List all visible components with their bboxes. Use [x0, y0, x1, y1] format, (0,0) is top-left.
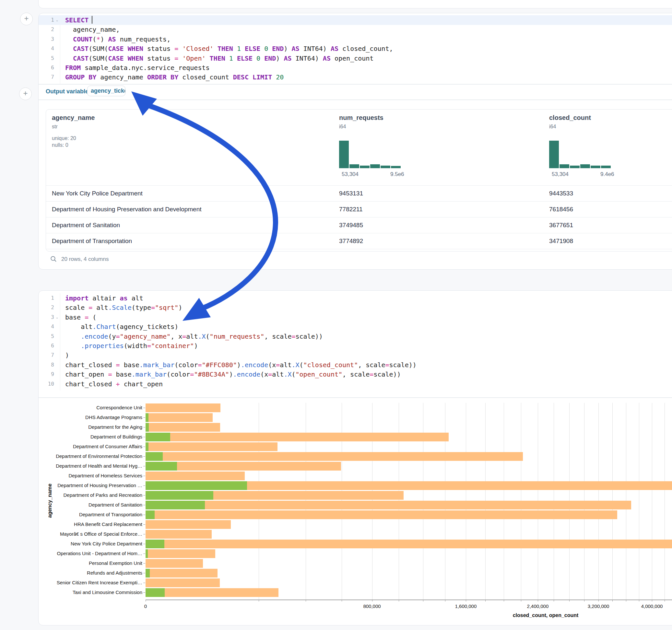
code-text: import altair as alt	[65, 293, 143, 303]
code-line[interactable]: 1⌄SELECT	[39, 15, 672, 25]
table-cell[interactable]: Department of Sanitation	[52, 222, 120, 229]
open_count-bar[interactable]	[146, 510, 154, 519]
code-line[interactable]: 1import altair as alt	[39, 293, 672, 303]
table-cell[interactable]: 3774892	[339, 238, 363, 245]
y-axis-tick	[143, 534, 145, 534]
y-axis-category-label: Department of Buildings	[51, 434, 142, 439]
code-text: COUNT(*) AS num_requests,	[65, 34, 170, 44]
y-axis-tick	[143, 515, 145, 515]
result-table[interactable]: agency_namestrunique: 20nulls: 0num_requ…	[46, 109, 672, 251]
closed_count-bar[interactable]	[146, 530, 212, 539]
y-axis-category-label: Department of Homeless Services	[51, 473, 142, 478]
closed_count-bar[interactable]	[146, 520, 231, 529]
y-axis-category-label: New York City Police Department	[51, 541, 142, 547]
fold-chevron-icon[interactable]: ⌄	[55, 312, 60, 322]
closed_count-bar[interactable]	[146, 404, 220, 412]
closed_count-bar[interactable]	[146, 471, 245, 480]
histogram-bar	[559, 164, 569, 168]
search-icon[interactable]	[50, 256, 57, 262]
closed_count-bar[interactable]	[146, 423, 220, 432]
code-line[interactable]: 2 agency_name,	[39, 25, 672, 34]
bar-chart: 0800,0001,600,0002,400,0003,200,0004,000…	[39, 398, 672, 625]
code-line[interactable]: 5 .encode(y="agency_name", x=alt.X("num_…	[39, 332, 672, 341]
table-cell[interactable]: 7782211	[339, 206, 363, 213]
open_count-bar[interactable]	[146, 462, 177, 470]
x-axis-tick	[146, 600, 146, 602]
table-cell[interactable]: 3471908	[549, 238, 573, 245]
code-line[interactable]: 4 alt.Chart(agency_tickets)	[39, 322, 672, 332]
line-number: 3	[39, 34, 55, 44]
open_count-bar[interactable]	[146, 423, 149, 432]
table-cell[interactable]: 9443533	[549, 190, 573, 197]
row-divider	[46, 233, 672, 233]
table-cell[interactable]: Department of Housing Preservation and D…	[52, 206, 201, 213]
code-line[interactable]: 7GROUP BY agency_name ORDER BY closed_co…	[39, 72, 672, 82]
y-axis-tick	[143, 427, 145, 428]
code-line[interactable]: 8chart_closed = base.mark_bar(color="#FF…	[39, 360, 672, 370]
add-cell-button-top[interactable]: +	[20, 13, 33, 25]
column-header: closed_count	[549, 114, 591, 122]
closed_count-bar[interactable]	[146, 452, 523, 461]
histogram-bar	[601, 166, 611, 168]
y-axis-tick	[143, 408, 145, 408]
closed_count-bar[interactable]	[146, 569, 217, 578]
add-cell-button-middle[interactable]: +	[19, 88, 32, 100]
y-axis-category-label: Department of Parks and Recreation	[51, 492, 142, 498]
table-cell[interactable]: 7618456	[549, 206, 573, 213]
open_count-bar[interactable]	[146, 588, 165, 597]
code-line[interactable]: 10chart_closed + chart_open	[39, 379, 672, 389]
open_count-bar[interactable]	[146, 452, 163, 461]
open_count-bar[interactable]	[146, 539, 164, 548]
table-cell[interactable]: New York City Police Department	[52, 190, 143, 197]
open_count-bar[interactable]	[146, 501, 205, 509]
code-line[interactable]: 5 CAST(SUM(CASE WHEN status = 'Open' THE…	[39, 53, 672, 63]
code-line[interactable]: 6 .properties(width="container")	[39, 341, 672, 350]
open_count-bar[interactable]	[146, 549, 148, 558]
open_count-bar[interactable]	[146, 569, 150, 578]
y-axis-tick	[143, 456, 145, 457]
closed_count-bar[interactable]	[146, 549, 215, 558]
open_count-bar[interactable]	[146, 481, 247, 490]
code-line[interactable]: 6FROM sample_data.nyc.service_requests	[39, 63, 672, 73]
closed_count-bar[interactable]	[146, 588, 279, 597]
column-histogram	[339, 141, 401, 168]
python-cell[interactable]: 1import altair as alt2scale = alt.Scale(…	[38, 290, 672, 626]
y-axis-category-label: Department of Housing Preservation …	[51, 483, 142, 488]
closed_count-bar[interactable]	[146, 539, 672, 548]
sql-cell[interactable]: 1⌄SELECT2 agency_name,3 COUNT(*) AS num_…	[38, 13, 672, 270]
chart-gridline	[652, 403, 652, 600]
closed_count-bar[interactable]	[146, 442, 278, 451]
closed_count-bar[interactable]	[146, 579, 220, 587]
closed_count-bar[interactable]	[146, 559, 203, 568]
open_count-bar[interactable]	[146, 413, 148, 422]
open_count-bar[interactable]	[146, 491, 213, 500]
closed_count-bar[interactable]	[146, 510, 617, 519]
code-line[interactable]: 9chart_open = base.mark_bar(color="#8BC3…	[39, 369, 672, 379]
code-line[interactable]: 4 CAST(SUM(CASE WHEN status = 'Closed' T…	[39, 44, 672, 53]
x-axis-tick-label: 800,000	[363, 603, 381, 609]
closed_count-bar[interactable]	[146, 413, 213, 422]
chart-gridline	[639, 403, 639, 600]
closed_count-bar[interactable]	[146, 433, 449, 441]
open_count-bar[interactable]	[146, 433, 170, 441]
output-variable-pill[interactable]: agency_tickets	[87, 86, 125, 96]
fold-chevron-icon[interactable]: ⌄	[55, 15, 60, 25]
table-cell[interactable]: 3749485	[339, 222, 363, 229]
code-line[interactable]: 3 COUNT(*) AS num_requests,	[39, 34, 672, 44]
code-line[interactable]: 2scale = alt.Scale(type="sqrt")	[39, 303, 672, 312]
table-cell[interactable]: Department of Transportation	[52, 238, 132, 245]
code-text: alt.Chart(agency_tickets)	[65, 322, 178, 332]
code-text: scale = alt.Scale(type="sqrt")	[65, 303, 182, 312]
closed_count-bar[interactable]	[146, 501, 631, 509]
code-line[interactable]: 3⌄base = (	[39, 312, 672, 322]
code-text: .properties(width="container")	[65, 341, 198, 350]
y-axis-category-label: Department of Health and Mental Hyg…	[51, 463, 142, 468]
code-text: chart_closed = base.mark_bar(color="#FFC…	[65, 360, 416, 370]
open_count-bar[interactable]	[146, 442, 148, 451]
table-cell[interactable]: 3677651	[549, 222, 573, 229]
table-cell[interactable]: 9453131	[339, 190, 363, 197]
notebook-page: + + 1⌄SELECT2 agency_name,3 COUNT(*) AS …	[0, 0, 672, 630]
code-line[interactable]: 7)	[39, 350, 672, 360]
x-axis-tick	[652, 600, 652, 602]
line-number: 1	[39, 293, 55, 303]
